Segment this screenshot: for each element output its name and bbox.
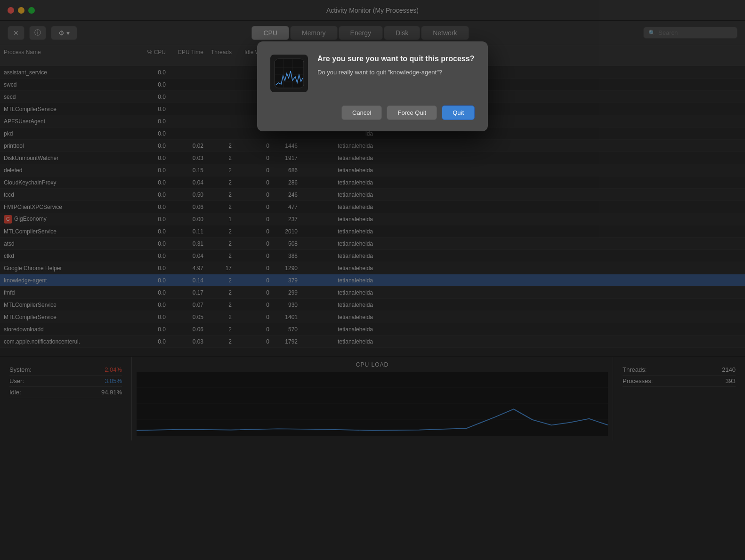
dialog-overlay: Are you sure you want to quit this proce… (0, 0, 745, 560)
svg-rect-5 (275, 59, 304, 88)
dialog-content: Are you sure you want to quit this proce… (270, 55, 475, 92)
dialog-buttons: Cancel Force Quit Quit (270, 105, 475, 120)
force-quit-button[interactable]: Force Quit (387, 105, 437, 120)
dialog-message: Do you really want to quit "knowledge-ag… (317, 68, 475, 77)
cancel-button[interactable]: Cancel (341, 105, 382, 120)
dialog-icon (270, 55, 308, 92)
quit-dialog: Are you sure you want to quit this proce… (257, 41, 488, 131)
dialog-title: Are you sure you want to quit this proce… (317, 55, 475, 63)
quit-button[interactable]: Quit (442, 105, 475, 120)
activity-monitor-icon (273, 57, 306, 90)
dialog-text-area: Are you sure you want to quit this proce… (317, 55, 475, 92)
